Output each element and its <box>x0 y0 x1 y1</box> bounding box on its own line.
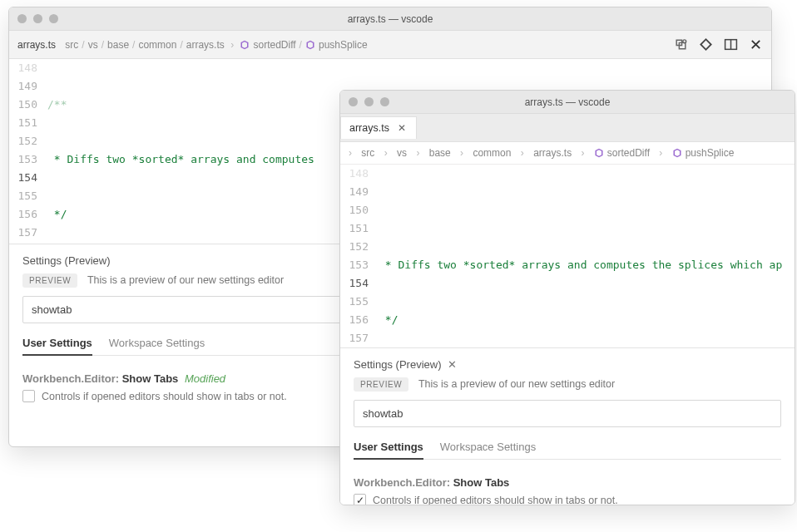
window-title: arrays.ts — vscode <box>349 96 786 108</box>
method-icon <box>672 148 682 158</box>
checkbox-show-tabs[interactable] <box>22 390 35 402</box>
tab-user-settings[interactable]: User Settings <box>354 436 423 460</box>
code-lines[interactable]: * Diffs two *sorted* arrays and computes… <box>379 165 795 347</box>
settings-scope-tabs: User Settings Workspace Settings <box>354 436 781 460</box>
close-icon[interactable]: ✕ <box>448 358 457 371</box>
preview-badge: PREVIEW <box>22 273 77 288</box>
window-controls <box>17 14 58 23</box>
split-editor-icon[interactable] <box>723 37 738 52</box>
settings-search-input[interactable] <box>354 400 781 427</box>
tabbar: arrays.ts src/ vs/ base/ common/ arrays.… <box>9 31 771 59</box>
setting-description: Controls if opened editors should show i… <box>42 391 287 402</box>
zoom-dot[interactable] <box>380 97 389 106</box>
checkbox-show-tabs[interactable]: ✓ <box>354 494 366 505</box>
preview-message: This is a preview of our new settings ed… <box>418 378 615 390</box>
window-controls <box>349 97 389 106</box>
close-dot[interactable] <box>349 97 358 106</box>
close-icon[interactable]: ✕ <box>398 122 406 134</box>
minimize-dot[interactable] <box>33 14 42 23</box>
find-refs-icon[interactable] <box>673 37 688 52</box>
window-title: arrays.ts — vscode <box>17 13 763 25</box>
tab-filename: arrays.ts <box>17 39 56 51</box>
svg-point-0 <box>682 40 686 43</box>
preview-badge: PREVIEW <box>354 377 408 392</box>
breadcrumb[interactable]: arrays.ts src/ vs/ base/ common/ arrays.… <box>14 34 371 56</box>
method-icon <box>594 148 604 158</box>
close-dot[interactable] <box>17 14 27 23</box>
tab-user-settings[interactable]: User Settings <box>22 332 92 356</box>
editor-actions <box>673 37 763 52</box>
titlebar: arrays.ts — vscode <box>340 91 795 114</box>
tabbar: arrays.ts ✕ <box>340 114 795 142</box>
zoom-dot[interactable] <box>49 14 58 23</box>
method-icon <box>240 40 250 50</box>
tab-workspace-settings[interactable]: Workspace Settings <box>440 436 536 459</box>
preview-message: This is a preview of our new settings ed… <box>87 274 284 286</box>
setting-show-tabs: Workbench.Editor: Show Tabs ✓ Controls i… <box>354 476 781 505</box>
minimize-dot[interactable] <box>364 97 374 106</box>
gutter: 148 149 150 151 152 153 154 155 156 157 … <box>9 59 47 244</box>
tab-workspace-settings[interactable]: Workspace Settings <box>109 332 205 355</box>
settings-title: Settings (Preview) ✕ <box>354 357 781 377</box>
method-icon <box>305 40 315 50</box>
code-editor[interactable]: 148 149 150 151 152 153 154 155 156 157 … <box>340 165 795 347</box>
editor-tab[interactable]: arrays.ts ✕ <box>340 116 417 139</box>
close-icon[interactable] <box>748 37 763 52</box>
titlebar: arrays.ts — vscode <box>9 7 771 31</box>
modified-badge: Modified <box>185 372 225 385</box>
settings-preview-panel: Settings (Preview) ✕ PREVIEW This is a p… <box>340 347 795 505</box>
source-control-icon[interactable] <box>698 37 713 52</box>
gutter: 148 149 150 151 152 153 154 155 156 157 … <box>340 165 379 347</box>
breadcrumb[interactable]: › src › vs › base › common › arrays.ts ›… <box>340 142 795 165</box>
vscode-window-front: arrays.ts — vscode arrays.ts ✕ › src › v… <box>339 90 795 505</box>
tab-filename: arrays.ts <box>349 122 389 134</box>
setting-description: Controls if opened editors should show i… <box>373 495 618 505</box>
